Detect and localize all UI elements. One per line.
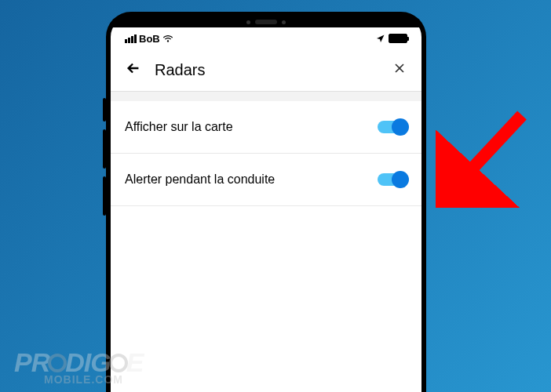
battery-icon <box>389 34 407 43</box>
close-icon <box>392 60 407 76</box>
setting-row-show-on-map[interactable]: Afficher sur la carte <box>111 101 421 154</box>
phone-frame: BoB Radars <box>106 12 426 392</box>
location-icon <box>376 34 385 43</box>
signal-icon <box>125 34 137 43</box>
carrier-label: BoB <box>139 33 160 45</box>
section-divider <box>111 92 421 101</box>
status-bar: BoB <box>111 27 421 49</box>
side-button <box>103 176 106 216</box>
toggle-alert-driving[interactable] <box>378 173 407 186</box>
watermark: PRDIGE MOBILE.COM <box>14 347 143 386</box>
settings-section: Afficher sur la carte Alerter pendant la… <box>111 101 421 206</box>
setting-label: Afficher sur la carte <box>125 120 233 134</box>
svg-line-0 <box>458 115 522 184</box>
annotation-arrow <box>436 106 538 208</box>
setting-label: Alerter pendant la conduite <box>125 172 275 187</box>
page-title: Radars <box>155 61 392 79</box>
phone-notch <box>246 20 286 24</box>
wifi-icon <box>162 33 173 44</box>
phone-screen: BoB Radars <box>111 16 421 392</box>
arrow-left-icon <box>125 60 142 77</box>
side-button <box>103 129 106 169</box>
toggle-show-on-map[interactable] <box>378 121 407 133</box>
setting-row-alert-driving[interactable]: Alerter pendant la conduite <box>111 154 421 206</box>
back-button[interactable] <box>125 60 142 82</box>
close-button[interactable] <box>392 60 407 81</box>
empty-area <box>111 206 421 392</box>
app-header: Radars <box>111 49 421 92</box>
side-button <box>103 98 106 122</box>
